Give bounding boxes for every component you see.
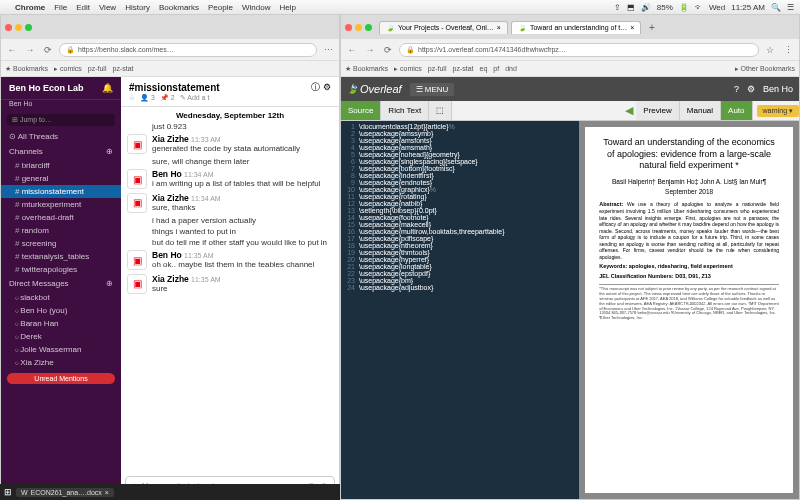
editor-line[interactable]: 8\usepackage{indentfirst} [341,172,579,179]
browser-tab[interactable]: 🍃 Your Projects - Overleaf, Onl… × [379,21,508,34]
editor-line[interactable]: 15\usepackage{makecell} [341,221,579,228]
close-tab-icon[interactable]: × [630,24,634,31]
editor-line[interactable]: 16\usepackage{multirow,booktabs,threepar… [341,228,579,235]
forward-button[interactable]: → [23,43,37,57]
new-tab-button[interactable]: + [644,20,660,35]
editor-line[interactable]: 7\usepackage[bottom]{footmisc} [341,165,579,172]
jump-to-input[interactable]: ⊞ Jump to… [7,114,115,126]
sidebar-dm[interactable]: Ben Ho (you) [1,304,121,317]
bookmark-item[interactable]: ★ Bookmarks [345,65,388,73]
editor-line[interactable]: 5\usepackage[nohead]{geometry} [341,151,579,158]
pdf-preview[interactable]: Toward an understanding of the economics… [579,121,799,499]
sidebar-channel-overhead-draft[interactable]: overhead-draft [1,211,121,224]
spotlight-icon[interactable]: 🔍 [771,3,781,12]
battery-icon[interactable]: 🔋 [679,3,689,12]
tab-manual[interactable]: Manual [680,101,721,120]
extensions-icon[interactable]: ⋯ [321,43,335,57]
back-button[interactable]: ← [345,43,359,57]
add-dm-icon[interactable]: ⊕ [106,279,113,288]
message-list[interactable]: Wednesday, September 12th just 0.923 ▣Xi… [121,107,339,472]
menu-people[interactable]: People [208,3,233,12]
warning-dropdown[interactable]: warning ▾ [757,105,799,117]
chrome-menu-icon[interactable]: ⋮ [781,43,795,57]
menu-window[interactable]: Window [242,3,270,12]
editor-line[interactable]: 4\usepackage{amsmath} [341,144,579,151]
sidebar-channel-screening[interactable]: screening [1,237,121,250]
url-input[interactable]: 🔒https://benho.slack.com/mes… [59,43,317,57]
source-editor[interactable]: 1\documentclass[12pt]{article}%2\usepack… [341,121,579,499]
avatar[interactable]: ▣ [127,134,147,154]
start-icon[interactable]: ⊞ [4,487,12,497]
window-zoom-icon[interactable] [365,24,372,31]
editor-line[interactable]: 14\usepackage{footnote} [341,214,579,221]
collapse-left-icon[interactable]: ◀ [622,104,636,117]
bookmark-item[interactable]: ▸ comics [54,65,82,73]
sidebar-channel-general[interactable]: general [1,172,121,185]
bell-icon[interactable]: 🔔 [102,83,113,93]
clock-time[interactable]: 11:25 AM [731,3,765,12]
close-tab-icon[interactable]: × [497,24,501,31]
all-threads[interactable]: ⊙ All Threads [1,129,121,144]
info-icon[interactable]: ⓘ [311,82,320,92]
sidebar-dm[interactable]: Jolie Wasserman [1,343,121,356]
tab-richtext[interactable]: Rich Text [381,101,429,120]
editor-line[interactable]: 13\setlength{\bibsep}{0.0pt} [341,207,579,214]
bookmark-item[interactable]: eq [480,65,488,72]
clock-day[interactable]: Wed [709,3,725,12]
menubar-icon[interactable]: ⬒ [627,3,635,12]
editor-line[interactable]: 6\usepackage[singlespacing]{setspace} [341,158,579,165]
taskbar-doc[interactable]: W ECON261_ana….docx × [16,488,114,497]
member-count[interactable]: 👤 3 [140,94,155,102]
menu-view[interactable]: View [99,3,116,12]
avatar[interactable]: ▣ [127,169,147,189]
window-zoom-icon[interactable] [25,24,32,31]
settings-gear-icon[interactable]: ⚙ [747,84,755,94]
menu-file[interactable]: File [54,3,67,12]
editor-line[interactable]: 18\usepackage{ntheorem} [341,242,579,249]
window-close-icon[interactable] [5,24,12,31]
dropbox-status-icon[interactable]: ⇪ [614,3,621,12]
editor-line[interactable]: 12\usepackage{natbib} [341,200,579,207]
topic-add[interactable]: ✎ Add a t [180,94,210,102]
tab-auto[interactable]: Auto [721,101,752,120]
add-channel-icon[interactable]: ⊕ [106,147,113,156]
gear-icon[interactable]: ⚙ [323,82,331,92]
editor-line[interactable]: 9\usepackage{endnotes} [341,179,579,186]
editor-line[interactable]: 3\usepackage{amsfonts} [341,137,579,144]
avatar[interactable]: ▣ [127,274,147,294]
editor-line[interactable]: 24\usepackage{adjustbox} [341,284,579,291]
unread-mentions-badge[interactable]: Unread Mentions [7,373,115,384]
dm-header[interactable]: Direct Messages⊕ [1,276,121,291]
editor-line[interactable]: 23\usepackage{bm} [341,277,579,284]
sidebar-dm[interactable]: Xia Zizhe [1,356,121,369]
window-minimize-icon[interactable] [355,24,362,31]
forward-button[interactable]: → [363,43,377,57]
bookmark-item[interactable]: ▸ comics [394,65,422,73]
pin-count[interactable]: 📌 2 [160,94,175,102]
tab-source[interactable]: Source [341,101,381,120]
menu-button[interactable]: ☰ MENU [410,83,455,96]
url-input[interactable]: 🔒https://v1.overleaf.com/14741346dfrwhwc… [399,43,759,57]
editor-line[interactable]: 1\documentclass[12pt]{article}% [341,123,579,130]
sidebar-channel-twitterapologies[interactable]: twitterapologies [1,263,121,276]
bookmark-item[interactable]: ★ Bookmarks [5,65,48,73]
menu-edit[interactable]: Edit [76,3,90,12]
channels-header[interactable]: Channels⊕ [1,144,121,159]
volume-icon[interactable]: 🔊 [641,3,651,12]
help-icon[interactable]: ? [734,84,739,94]
reload-button[interactable]: ⟳ [41,43,55,57]
sidebar-channel-briarcliff[interactable]: briarcliff [1,159,121,172]
editor-line[interactable]: 11\usepackage{rotating} [341,193,579,200]
editor-line[interactable]: 17\usepackage{pdflscape} [341,235,579,242]
menu-bookmarks[interactable]: Bookmarks [159,3,199,12]
user-menu[interactable]: Ben Ho [763,84,793,94]
editor-line[interactable]: 19\usepackage{thmtools} [341,249,579,256]
avatar[interactable]: ▣ [127,193,147,213]
menu-history[interactable]: History [125,3,150,12]
notification-icon[interactable]: ☰ [787,3,794,12]
bookmark-item[interactable]: dnd [505,65,517,72]
overleaf-logo[interactable]: Overleaf [347,83,402,95]
window-minimize-icon[interactable] [15,24,22,31]
wifi-icon[interactable]: ᯤ [695,3,703,12]
star-icon[interactable]: ☆ [763,43,777,57]
